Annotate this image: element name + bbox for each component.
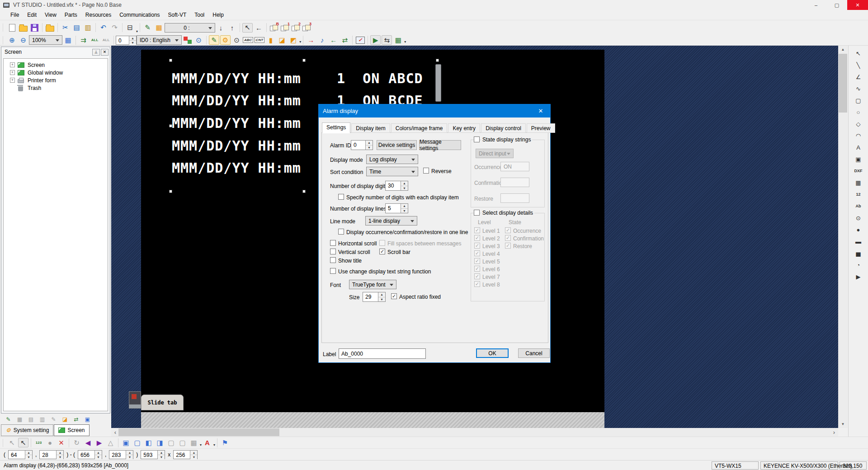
selection-handle[interactable] xyxy=(436,59,439,62)
edit-screen-button[interactable]: ✎ xyxy=(142,23,153,33)
date-display-row[interactable]: MMM/DD/YY HH:mm xyxy=(172,93,301,108)
menu-soft-vt[interactable]: Soft-VT xyxy=(164,10,191,19)
scroll-right-arrow[interactable]: › xyxy=(830,428,838,437)
text-style-dropdown-arrow[interactable]: ▾ xyxy=(213,443,215,448)
save-button[interactable] xyxy=(29,23,40,33)
delete-part-button[interactable]: ✕ xyxy=(56,438,66,447)
all-off-button[interactable]: ALL xyxy=(101,35,111,45)
tree-item-trash[interactable]: Trash xyxy=(4,84,108,92)
open-project-button[interactable] xyxy=(45,23,55,33)
layer-1-button[interactable]: 1 xyxy=(280,23,290,32)
horizontal-scroll-thumb[interactable] xyxy=(118,428,279,436)
flip-horizontal-button[interactable]: ◀ xyxy=(83,438,93,447)
slide-tab-part[interactable]: Slide tab xyxy=(141,395,184,410)
find-part-button[interactable]: ⊙ xyxy=(193,35,204,45)
change-text-checkbox[interactable] xyxy=(330,268,336,274)
cancel-button[interactable]: Cancel xyxy=(518,348,550,358)
state-spinner-buttons[interactable]: ▲▼ xyxy=(129,36,136,44)
horizontal-scrollbar[interactable]: ‹ › xyxy=(111,428,838,437)
part-align-button[interactable]: ⇉ xyxy=(78,35,89,45)
dialog-close-button[interactable]: ✕ xyxy=(531,104,550,118)
string-display-tool[interactable]: Ab xyxy=(853,201,864,212)
expand-icon[interactable]: + xyxy=(10,70,15,75)
unit-config-button[interactable]: ▦ xyxy=(393,35,403,45)
grid-small-button[interactable]: ▦ xyxy=(14,414,25,424)
date-display-row[interactable]: MMM/DD/YY HH:mm xyxy=(172,115,301,131)
x1-spinner[interactable]: 64▲▼ xyxy=(8,450,33,459)
back-button[interactable]: ← xyxy=(254,23,264,33)
keypad-button[interactable]: ▦ xyxy=(154,23,164,33)
y2-spin-buttons[interactable]: ▲▼ xyxy=(126,451,133,459)
next-page-button[interactable]: ↓ xyxy=(216,23,226,33)
tab-system-setting[interactable]: ⚙ System setting xyxy=(1,424,53,436)
layer-2-button[interactable]: 2 xyxy=(291,23,301,32)
display-digits-spinner[interactable]: 30 ▲▼ xyxy=(385,181,408,191)
dialog-title-bar[interactable]: Alarm display ✕ xyxy=(319,104,550,118)
close-button[interactable]: ✕ xyxy=(847,0,868,10)
paste-button[interactable]: ▥ xyxy=(83,23,93,33)
device-number-button[interactable]: 123 xyxy=(33,438,44,447)
show-title-checkbox[interactable] xyxy=(330,257,336,263)
tree-item-global-window[interactable]: + Global window xyxy=(4,69,108,76)
monitor-button[interactable]: ✓ xyxy=(355,35,365,45)
arc-tool[interactable]: ◠ xyxy=(853,130,864,141)
device-settings-button[interactable]: Device settings xyxy=(377,140,417,150)
sort-condition-combo[interactable]: Time xyxy=(366,167,418,176)
expand-icon[interactable]: + xyxy=(10,62,15,67)
state-strings-checkbox[interactable] xyxy=(474,136,480,142)
one-line-checkbox[interactable] xyxy=(338,229,344,235)
tab-colors-image-frame[interactable]: Colors/image frame xyxy=(391,123,448,133)
alarm-part-scrollbar[interactable] xyxy=(435,64,441,102)
date-display-row[interactable]: MMM/DD/YY HH:mm xyxy=(172,70,301,86)
zoom-level-combo[interactable]: 100% xyxy=(29,35,62,45)
undo-select-button[interactable]: ↖ xyxy=(7,438,17,447)
select-part-button[interactable]: ↖ xyxy=(242,23,253,33)
menu-file[interactable]: File xyxy=(6,10,23,19)
send-sound-button[interactable]: ♪ xyxy=(317,35,327,45)
state-spinner[interactable]: 0 ▲▼ xyxy=(116,36,137,45)
center-rotate-button[interactable]: △ xyxy=(105,438,116,447)
open-file-button[interactable] xyxy=(18,23,28,33)
new-file-button[interactable] xyxy=(7,23,17,33)
text-list-button[interactable]: ABC xyxy=(243,35,253,45)
tree-item-screen[interactable]: + Screen xyxy=(4,61,108,69)
y2-spinner[interactable]: 283▲▼ xyxy=(109,450,133,459)
menu-tool[interactable]: Tool xyxy=(190,10,208,19)
edit-page-button[interactable]: ✎ xyxy=(48,414,59,424)
selection-handle[interactable] xyxy=(302,190,306,193)
vertical-scrollbar[interactable]: ▲ ▼ xyxy=(838,46,848,428)
horizontal-scroll-checkbox[interactable] xyxy=(330,240,336,246)
selection-handle[interactable] xyxy=(169,59,172,62)
simulator-button[interactable]: ▶ xyxy=(370,35,381,45)
slide-tab-thumbnail[interactable] xyxy=(129,391,141,409)
vertical-scroll-thumb[interactable] xyxy=(839,54,847,113)
tab-display-control[interactable]: Display control xyxy=(481,123,526,133)
cut-button[interactable]: ✂ xyxy=(60,23,71,33)
transfer-page-button[interactable]: ⇄ xyxy=(71,414,81,424)
width-spin-buttons[interactable]: ▲▼ xyxy=(157,451,165,459)
rotate-button[interactable]: ↻ xyxy=(71,438,82,447)
menu-help[interactable]: Help xyxy=(208,10,228,19)
expand-icon[interactable]: + xyxy=(10,78,15,83)
line-tool[interactable]: ╲ xyxy=(853,60,864,70)
receive-from-vt-button[interactable]: ← xyxy=(328,35,339,45)
count-list-button[interactable]: CNT xyxy=(254,35,264,45)
system-setting-toggle[interactable]: ⚙ xyxy=(220,35,231,45)
date-display-row[interactable]: MMM/DD/YY HH:mm xyxy=(172,160,301,176)
verify-button[interactable]: ⇄ xyxy=(340,35,350,45)
dxf-tool[interactable]: DXF xyxy=(853,165,864,176)
open-page-button[interactable]: ◪ xyxy=(60,414,70,424)
spline-tool[interactable]: ∿ xyxy=(853,83,864,94)
meter-tool[interactable]: ◔ xyxy=(853,259,864,270)
swap-colors-button[interactable] xyxy=(182,35,193,45)
minimize-button[interactable]: – xyxy=(806,0,826,10)
grid-button[interactable]: ▦ xyxy=(63,35,73,45)
layer-3-button[interactable]: 3 xyxy=(302,23,311,32)
ellipse-tool[interactable]: ○ xyxy=(853,107,864,118)
vertical-scroll-checkbox[interactable] xyxy=(330,249,336,254)
selection-handle[interactable] xyxy=(302,59,306,62)
report-flag-button[interactable]: ⚑ xyxy=(220,438,230,447)
select-tool[interactable]: ↖ xyxy=(853,48,864,59)
zoom-out-button[interactable]: ⊖ xyxy=(18,35,28,45)
print-dropdown-arrow[interactable]: ▾ xyxy=(136,29,138,35)
